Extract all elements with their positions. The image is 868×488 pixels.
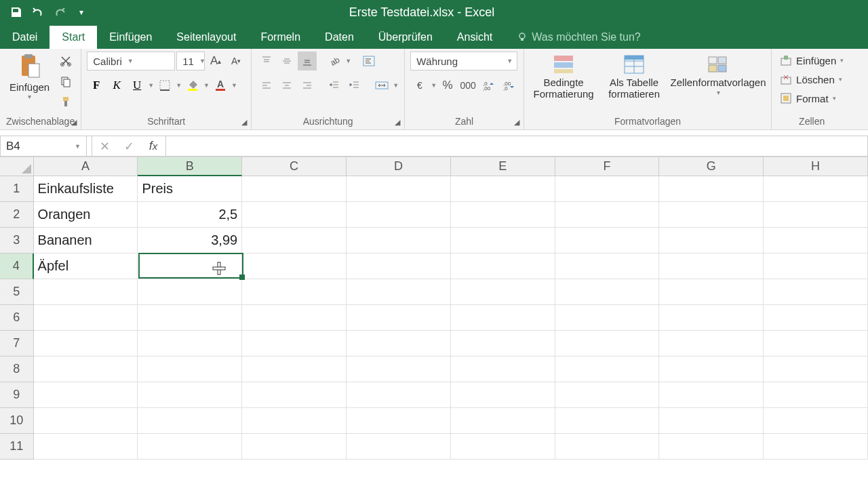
cell[interactable]	[764, 176, 868, 202]
row-header[interactable]: 2	[0, 202, 34, 228]
cell[interactable]	[451, 202, 555, 228]
cell[interactable]	[555, 331, 660, 357]
row-header[interactable]: 3	[0, 228, 34, 253]
cell[interactable]	[242, 176, 347, 202]
cell[interactable]: Äpfel	[34, 253, 138, 279]
tab-daten[interactable]: Daten	[313, 26, 366, 49]
tab-datei[interactable]: Datei	[0, 26, 50, 49]
cell[interactable]	[555, 434, 660, 460]
cell[interactable]	[34, 382, 138, 408]
cut-button[interactable]	[56, 52, 75, 70]
cell[interactable]	[764, 408, 868, 434]
cell[interactable]	[347, 253, 451, 279]
cell[interactable]	[451, 305, 555, 331]
formula-input[interactable]	[166, 136, 868, 157]
row-header[interactable]: 6	[0, 305, 34, 331]
increase-decimal-button[interactable]: ,0,00	[479, 76, 498, 95]
font-size-select[interactable]: 11▼	[176, 52, 205, 70]
name-box[interactable]: B4▼	[0, 136, 87, 157]
delete-cells-button[interactable]: Löschen▾	[777, 70, 845, 88]
borders-button[interactable]	[155, 76, 174, 95]
cell[interactable]	[347, 279, 451, 305]
cell[interactable]	[347, 202, 451, 228]
orientation-button[interactable]: ab	[325, 52, 344, 70]
align-center-button[interactable]	[277, 76, 296, 95]
cell[interactable]	[659, 434, 764, 460]
cell[interactable]	[659, 305, 764, 331]
cell[interactable]	[138, 382, 242, 408]
column-header[interactable]: G	[659, 157, 764, 176]
cell[interactable]: 3,99	[138, 228, 242, 253]
cell[interactable]	[555, 228, 660, 253]
row-header[interactable]: 7	[0, 331, 34, 357]
column-header[interactable]: H	[764, 157, 868, 176]
qat-customize-button[interactable]: ▾	[72, 3, 91, 22]
column-header[interactable]: E	[451, 157, 555, 176]
thousands-button[interactable]: 000	[458, 76, 477, 95]
format-cells-button[interactable]: Format▾	[777, 89, 839, 107]
cell[interactable]	[764, 305, 868, 331]
cell[interactable]	[764, 357, 868, 382]
decrease-decimal-button[interactable]: ,00,0	[499, 76, 518, 95]
tab-einfuegen[interactable]: Einfügen	[97, 26, 164, 49]
cell[interactable]	[451, 434, 555, 460]
font-launcher[interactable]: ◢	[241, 118, 247, 127]
undo-button[interactable]	[28, 3, 47, 22]
fill-color-button[interactable]	[183, 76, 202, 95]
row-header[interactable]: 8	[0, 357, 34, 382]
cell[interactable]	[138, 305, 242, 331]
cell[interactable]	[555, 176, 660, 202]
row-header[interactable]: 11	[0, 434, 34, 460]
cell[interactable]	[138, 279, 242, 305]
cell[interactable]	[347, 331, 451, 357]
cell-styles-button[interactable]: Zellenformatvorlagen ▾	[671, 52, 766, 98]
cell[interactable]: Bananen	[34, 228, 138, 253]
cell[interactable]	[242, 305, 347, 331]
cell[interactable]	[34, 434, 138, 460]
row-header[interactable]: 4	[0, 253, 34, 279]
cell[interactable]	[659, 408, 764, 434]
insert-function-button[interactable]: fx	[141, 136, 165, 157]
cell[interactable]	[659, 253, 764, 279]
row-header[interactable]: 1	[0, 176, 34, 202]
cell[interactable]	[242, 228, 347, 253]
tab-start[interactable]: Start	[50, 26, 97, 49]
cell[interactable]	[242, 279, 347, 305]
cell[interactable]	[659, 279, 764, 305]
paste-button[interactable]: Einfügen ▾	[5, 52, 54, 102]
cell[interactable]	[347, 176, 451, 202]
decrease-font-button[interactable]: A▾	[226, 52, 245, 70]
cell[interactable]	[555, 357, 660, 382]
align-bottom-button[interactable]	[298, 52, 317, 70]
row-header[interactable]: 9	[0, 382, 34, 408]
increase-font-button[interactable]: A▴	[206, 52, 225, 70]
column-header[interactable]: D	[347, 157, 451, 176]
clipboard-launcher[interactable]: ◢	[71, 118, 77, 127]
number-launcher[interactable]: ◢	[514, 118, 519, 127]
copy-button[interactable]	[56, 72, 75, 91]
cell[interactable]	[764, 202, 868, 228]
cell[interactable]	[555, 202, 660, 228]
cell[interactable]	[555, 279, 660, 305]
cell[interactable]	[659, 176, 764, 202]
cell[interactable]	[451, 357, 555, 382]
conditional-format-button[interactable]: Bedingte Formatierung	[530, 52, 597, 101]
format-painter-button[interactable]	[56, 92, 75, 111]
column-header[interactable]: B	[138, 157, 242, 176]
bold-button[interactable]: F	[87, 76, 106, 95]
insert-cells-button[interactable]: Einfügen▾	[777, 52, 846, 69]
row-header[interactable]: 10	[0, 408, 34, 434]
cell[interactable]: Preis	[138, 176, 242, 202]
cell[interactable]	[764, 279, 868, 305]
cell[interactable]	[451, 408, 555, 434]
cell[interactable]: Orangen	[34, 202, 138, 228]
cell[interactable]	[451, 253, 555, 279]
cell[interactable]	[242, 382, 347, 408]
chevron-down-icon[interactable]: ▼	[231, 82, 237, 89]
decrease-indent-button[interactable]	[325, 76, 344, 95]
tab-formeln[interactable]: Formeln	[248, 26, 313, 49]
tab-seitenlayout[interactable]: Seitenlayout	[164, 26, 248, 49]
font-color-button[interactable]: A	[211, 76, 230, 95]
cell[interactable]	[659, 357, 764, 382]
chevron-down-icon[interactable]: ▼	[148, 82, 154, 89]
